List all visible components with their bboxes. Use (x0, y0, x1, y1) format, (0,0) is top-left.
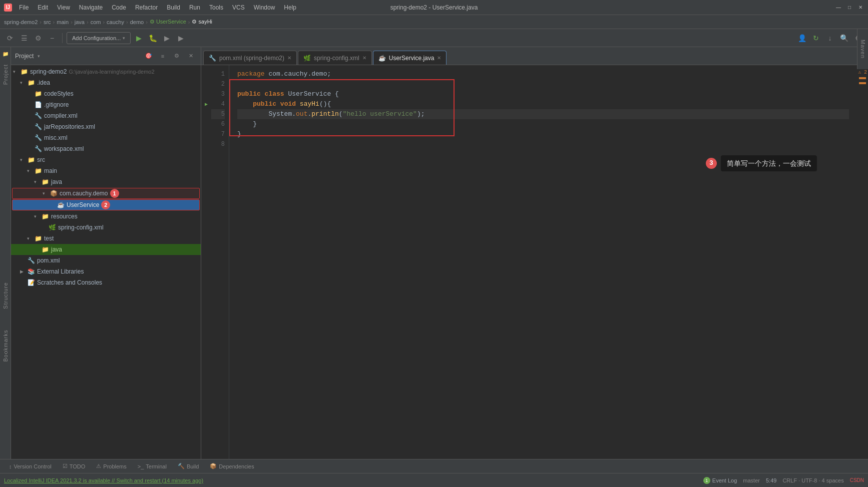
menu-item-refactor[interactable]: Refactor (131, 3, 162, 12)
bookmarks-panel-toggle[interactable]: Bookmarks (0, 326, 11, 366)
run-icon-line4[interactable]: ▶ (205, 99, 208, 109)
code-content[interactable]: package com.cauchy.demo; public class Us… (229, 65, 857, 459)
run-gutter-icon[interactable]: ▶ (205, 102, 208, 107)
minimize-button[interactable]: — (835, 4, 842, 11)
menu-item-file[interactable]: File (15, 3, 33, 12)
tree-close-icon[interactable]: ✕ (185, 50, 197, 62)
spring-tab-close[interactable]: ✕ (362, 55, 366, 61)
close-button[interactable]: ✕ (857, 4, 864, 11)
breadcrumb-demo[interactable]: demo (130, 19, 144, 25)
menu-item-window[interactable]: Window (250, 3, 279, 12)
menu-item-edit[interactable]: Edit (34, 3, 52, 12)
structure-icon[interactable]: ☰ (18, 32, 30, 44)
warning-marker-1[interactable] (859, 77, 866, 79)
menu-item-vcs[interactable]: VCS (228, 3, 249, 12)
line-col-indicator[interactable]: 5:49 (766, 477, 776, 483)
tree-item-workspace[interactable]: 🔧 workspace.xml (11, 143, 201, 154)
run-button[interactable]: ▶ (133, 32, 145, 44)
tab-problems[interactable]: ⚠ Problems (91, 460, 131, 472)
tree-item-test[interactable]: ▾ 📁 test (11, 233, 201, 244)
maven-panel-toggle[interactable]: Maven (857, 29, 868, 69)
badge-2: 2 (101, 200, 110, 209)
tab-version-control[interactable]: ↕ Version Control (4, 460, 57, 472)
tree-item-resources[interactable]: ▾ 📁 resources (11, 211, 201, 222)
vcs-update-icon[interactable]: ↓ (824, 32, 836, 44)
tab-build[interactable]: 🔨 Build (173, 460, 204, 472)
code-line-7: } (237, 129, 849, 139)
debug-button[interactable]: 🐛 (147, 32, 159, 44)
project-tree-content[interactable]: ▾ 📁 spring-demo2 G:\java\java-learning\s… (11, 65, 201, 459)
menu-item-run[interactable]: Run (185, 3, 204, 12)
tree-collapse-all-icon[interactable]: ≡ (157, 50, 169, 62)
breadcrumb-src[interactable]: src (44, 19, 51, 25)
tree-item-compiler[interactable]: 🔧 compiler.xml (11, 110, 201, 121)
tree-item-external-libs[interactable]: ▶ 📚 External Libraries (11, 266, 201, 277)
tree-locate-icon[interactable]: 🎯 (143, 50, 155, 62)
tree-item-jarrepos[interactable]: 🔧 jarRepositories.xml (11, 121, 201, 132)
collapse-icon[interactable]: − (46, 32, 58, 44)
tab-spring-config[interactable]: 🌿 spring-config.xml ✕ (298, 51, 372, 65)
sync-icon[interactable]: ⟳ (4, 32, 16, 44)
userservice-tab-close[interactable]: ✕ (437, 55, 441, 61)
breadcrumb-spring-demo2[interactable]: spring-demo2 (4, 19, 38, 25)
tree-item-com-cauchy-demo[interactable]: ▾ 📦 com.cauchy.demo 1 (12, 188, 200, 199)
project-tree-header: Project ▾ 🎯 ≡ ⚙ ✕ (11, 47, 201, 65)
tree-item-java-src[interactable]: ▾ 📁 java (11, 176, 201, 187)
breadcrumb-main[interactable]: main (57, 19, 69, 25)
tree-item-gitignore[interactable]: 📄 .gitignore (11, 99, 201, 110)
tab-terminal[interactable]: >_ Terminal (133, 460, 172, 472)
breadcrumb-com[interactable]: com (91, 19, 101, 25)
tree-item-src[interactable]: ▾ 📁 src (11, 154, 201, 165)
breadcrumb-sayhi[interactable]: ⚙ sayHi (192, 19, 212, 25)
breadcrumb-cauchy[interactable]: cauchy (107, 19, 124, 25)
menu-item-navigate[interactable]: Navigate (75, 3, 107, 12)
pom-tab-close[interactable]: ✕ (287, 55, 291, 61)
tree-item-test-java[interactable]: 📁 java (11, 244, 201, 255)
project-panel-label[interactable]: Project (3, 64, 9, 85)
update-icon[interactable]: ↻ (810, 32, 822, 44)
xml-icon-misc: 🔧 (34, 134, 42, 142)
structure-panel-toggle[interactable]: Structure (0, 276, 11, 316)
project-tree-dropdown-icon[interactable]: ▾ (38, 54, 40, 59)
tree-item-UserService[interactable]: ☕ UserService 2 (12, 199, 200, 210)
tree-item-codeStyles[interactable]: 📁 codeStyles (11, 88, 201, 99)
git-branch[interactable]: master (743, 477, 760, 483)
tab-todo[interactable]: ☑ TODO (58, 460, 91, 472)
profile-button[interactable]: ▶ (175, 32, 187, 44)
menu-item-code[interactable]: Code (108, 3, 130, 12)
menu-item-build[interactable]: Build (163, 3, 184, 12)
encoding-indicator[interactable]: CRLF · UTF-8 · 4 spaces (782, 477, 843, 483)
tree-item-spring-config[interactable]: 🌿 spring-config.xml (11, 222, 201, 233)
tree-item-idea[interactable]: ▾ 📁 .idea (11, 77, 201, 88)
warning-marker-2[interactable] (859, 82, 866, 84)
status-message[interactable]: Localized IntelliJ IDEA 2021.3.2 is avai… (4, 477, 203, 483)
tree-item-root[interactable]: ▾ 📁 spring-demo2 G:\java\java-learning\s… (11, 66, 201, 77)
tree-item-main[interactable]: ▾ 📁 main (11, 165, 201, 176)
breadcrumb-java[interactable]: java (75, 19, 85, 25)
maximize-button[interactable]: □ (846, 4, 853, 11)
settings-icon[interactable]: ⚙ (32, 32, 44, 44)
tree-item-scratches[interactable]: 📝 Scratches and Consoles (11, 277, 201, 288)
project-icon[interactable]: 📁 (1, 49, 10, 58)
search-everywhere-icon[interactable]: 🔍 (838, 32, 850, 44)
project-folder-icon: 📁 (20, 68, 28, 76)
tab-pom[interactable]: 🔧 pom.xml (spring-demo2) ✕ (203, 51, 297, 65)
maven-label-text: Maven (860, 40, 866, 59)
event-log-section[interactable]: 1 Event Log (703, 477, 737, 484)
coverage-button[interactable]: ▶ (161, 32, 173, 44)
tab-dependencies[interactable]: 📦 Dependencies (205, 460, 259, 472)
menu-item-view[interactable]: View (53, 3, 74, 12)
add-configuration-button[interactable]: Add Configuration... ▾ (67, 32, 131, 44)
tree-item-misc[interactable]: 🔧 misc.xml (11, 132, 201, 143)
tree-item-pom[interactable]: 🔧 pom.xml (11, 255, 201, 266)
csdn-watermark: CSDN (850, 477, 864, 483)
java-tab-icon: ☕ (378, 55, 386, 62)
breadcrumb-userservice[interactable]: ⚙ UserService (150, 19, 186, 25)
tab-userservice[interactable]: ☕ UserService.java ✕ (373, 51, 447, 65)
user-icon[interactable]: 👤 (796, 32, 808, 44)
menu-item-help[interactable]: Help (280, 3, 300, 12)
code-editor[interactable]: ▶ 1 2 3 4 5 6 7 8 package com.cauchy.dem… (201, 65, 868, 459)
tree-settings-icon[interactable]: ⚙ (171, 50, 183, 62)
menu-item-tools[interactable]: Tools (205, 3, 227, 12)
warning-count[interactable]: ⚠ 2 (858, 69, 867, 75)
